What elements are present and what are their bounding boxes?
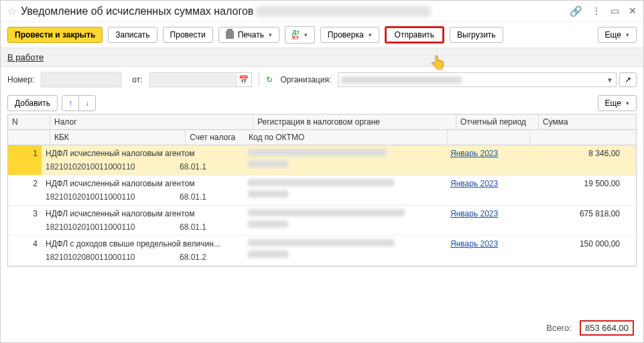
status-link[interactable]: В работе (7, 52, 44, 62)
col-acct: Счет налога (186, 130, 245, 145)
org-label: Организация: (281, 75, 332, 84)
row-number: 3 (8, 206, 42, 235)
col-period: Отчетный период (456, 115, 539, 129)
account-value: 68.01.1 (180, 222, 233, 232)
tax-name: НДФЛ исчисленный налоговым агентом (46, 149, 240, 158)
close-icon[interactable]: ✕ (629, 5, 637, 17)
number-input[interactable] (41, 72, 121, 87)
total-value: 853 664,00 (580, 320, 634, 336)
dt-kt-icon: ДтКт (292, 29, 300, 40)
move-down-button[interactable]: ↓ (79, 96, 95, 111)
move-up-button[interactable]: ↑ (62, 96, 79, 111)
sum-value: 150 000,00 (528, 236, 636, 265)
tax-name: НДФЛ исчисленный налоговым агентом (46, 179, 240, 188)
organization-select[interactable]: ▼ (338, 72, 617, 87)
registration-redacted (248, 179, 394, 186)
date-input-group[interactable]: 📅 (149, 72, 252, 87)
print-button[interactable]: Печать (218, 27, 279, 43)
calendar-icon[interactable]: 📅 (236, 73, 251, 86)
move-row-buttons: ↑ ↓ (62, 95, 96, 111)
title-redacted (256, 6, 430, 17)
registration-redacted (248, 209, 405, 216)
col-n: N (8, 115, 50, 129)
oktmo-redacted (248, 160, 288, 167)
table-more-button[interactable]: Еще (598, 95, 637, 111)
grid-header-row-2: КБК Счет налога Код по ОКТМО (8, 130, 636, 145)
account-value: 68.01.2 (180, 253, 233, 262)
col-oktmo: Код по ОКТМО (245, 130, 448, 145)
col-tax: Налог (50, 115, 253, 129)
save-button[interactable]: Записать (108, 27, 157, 43)
row-number: 4 (8, 236, 42, 265)
dt-kt-button[interactable]: ДтКт (285, 26, 315, 44)
registration-redacted (248, 239, 394, 247)
check-button[interactable]: Проверка (320, 27, 379, 43)
org-open-button[interactable]: ↗ (619, 72, 637, 87)
add-row-button[interactable]: Добавить (7, 95, 58, 111)
send-button[interactable]: Отправить (385, 26, 445, 44)
org-value-redacted (341, 76, 462, 84)
col-sum: Сумма (539, 115, 636, 129)
export-button[interactable]: Выгрузить (450, 27, 503, 43)
more-button[interactable]: Еще (598, 27, 637, 43)
account-value: 68.01.1 (180, 162, 233, 172)
registration-redacted (248, 149, 387, 156)
sum-value: 19 500,00 (528, 176, 636, 205)
window-restore-icon[interactable]: ▭ (610, 5, 619, 17)
kbk-value: 18210102010011000110 (46, 192, 180, 202)
kbk-value: 18210102010011000110 (46, 222, 180, 232)
period-link[interactable]: Январь 2023 (450, 149, 498, 158)
table-row[interactable]: 2НДФЛ исчисленный налоговым агентом18210… (8, 176, 636, 206)
window-title: Уведомление об исчисленных суммах налого… (21, 5, 253, 17)
oktmo-redacted (248, 251, 288, 258)
kebab-menu-icon[interactable]: ⋮ (592, 5, 601, 17)
kbk-value: 18210102010011000110 (46, 162, 180, 172)
col-kbk: КБК (50, 130, 186, 145)
period-link[interactable]: Январь 2023 (450, 179, 498, 188)
kbk-value: 18210102080011000110 (46, 253, 180, 262)
post-button[interactable]: Провести (163, 27, 213, 43)
period-link[interactable]: Январь 2023 (450, 209, 498, 218)
date-input[interactable] (150, 74, 236, 86)
oktmo-redacted (248, 190, 288, 198)
tax-name: НДФЛ исчисленный налоговым агентом (46, 209, 240, 218)
date-label: от: (132, 75, 142, 84)
refresh-icon[interactable]: ↻ (266, 75, 273, 84)
oktmo-redacted (248, 220, 288, 228)
grid-header-row-1: N Налог Регистрация в налоговом органе О… (8, 115, 636, 130)
period-link[interactable]: Январь 2023 (450, 239, 498, 249)
sum-value: 8 346,00 (528, 145, 636, 175)
row-number: 1 (8, 145, 42, 175)
account-value: 68.01.1 (180, 192, 233, 202)
sum-value: 675 818,00 (528, 206, 636, 235)
col-reg: Регистрация в налоговом органе (253, 115, 456, 129)
total-label: Всего: (546, 323, 572, 333)
link-icon[interactable]: 🔗 (570, 5, 582, 17)
printer-icon (226, 31, 234, 39)
data-grid: N Налог Регистрация в налоговом органе О… (7, 114, 637, 267)
number-label: Номер: (7, 75, 34, 84)
chevron-down-icon: ▼ (606, 76, 613, 84)
table-row[interactable]: 1НДФЛ исчисленный налоговым агентом18210… (8, 145, 636, 176)
favorite-star-icon[interactable]: ☆ (7, 5, 17, 17)
tax-name: НДФЛ с доходов свыше предельной величин.… (46, 239, 240, 249)
table-row[interactable]: 4НДФЛ с доходов свыше предельной величин… (8, 236, 636, 266)
post-and-close-button[interactable]: Провести и закрыть (7, 27, 103, 43)
table-row[interactable]: 3НДФЛ исчисленный налоговым агентом18210… (8, 206, 636, 236)
row-number: 2 (8, 176, 42, 205)
